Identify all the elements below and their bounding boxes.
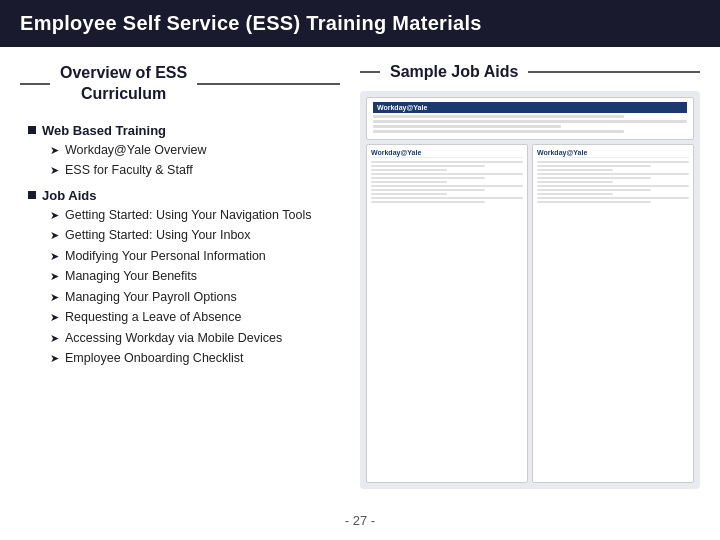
arrow-icon: ➤ <box>50 331 59 346</box>
preview-col-header: Workday@Yale <box>371 149 523 158</box>
preview-line <box>371 177 485 179</box>
preview-line <box>371 169 447 171</box>
list-item: ➤ Accessing Workday via Mobile Devices <box>50 330 340 348</box>
arrow-icon: ➤ <box>50 351 59 366</box>
preview-line <box>537 161 689 163</box>
sample-line-left <box>360 71 380 73</box>
preview-line <box>537 193 613 195</box>
list-item: ➤ Workday@Yale Overview <box>50 142 340 160</box>
preview-line <box>371 161 523 163</box>
section-bullet <box>28 126 36 134</box>
preview-row <box>373 125 561 128</box>
preview-card-top: Workday@Yale <box>366 97 694 140</box>
arrow-icon: ➤ <box>50 249 59 264</box>
list-item: ➤ Requesting a Leave of Absence <box>50 309 340 327</box>
preview-line <box>537 165 651 167</box>
wbt-item-1: Workday@Yale Overview <box>65 142 206 160</box>
list-item: ➤ ESS for Faculty & Staff <box>50 162 340 180</box>
page-number: - 27 - <box>345 513 375 528</box>
header-title: Employee Self Service (ESS) Training Mat… <box>20 12 482 34</box>
preview-line <box>371 185 523 187</box>
preview-row <box>373 120 687 123</box>
preview-line <box>537 173 689 175</box>
preview-line <box>537 177 651 179</box>
list-item: ➤ Getting Started: Using Your Navigation… <box>50 207 340 225</box>
ja-item-3: Modifying Your Personal Information <box>65 248 266 266</box>
preview-line <box>537 201 651 203</box>
overview-title-row: Overview of ESS Curriculum <box>20 63 340 105</box>
wbt-item-2: ESS for Faculty & Staff <box>65 162 193 180</box>
preview-row <box>373 115 624 118</box>
sample-line-right <box>528 71 700 73</box>
preview-col-header: Workday@Yale <box>537 149 689 158</box>
ja-item-1: Getting Started: Using Your Navigation T… <box>65 207 311 225</box>
ja-item-5: Managing Your Payroll Options <box>65 289 237 307</box>
list-item: ➤ Employee Onboarding Checklist <box>50 350 340 368</box>
preview-card-header: Workday@Yale <box>373 102 687 113</box>
preview-line <box>371 165 485 167</box>
arrow-icon: ➤ <box>50 269 59 284</box>
preview-line <box>371 173 523 175</box>
preview-col-left: Workday@Yale <box>366 144 528 483</box>
section-job-aids-header: Job Aids <box>28 188 340 203</box>
section-title-wbt: Web Based Training <box>42 123 166 138</box>
right-panel: Sample Job Aids Workday@Yale Workday@Yal… <box>360 63 700 489</box>
preview-line <box>537 169 613 171</box>
arrow-icon: ➤ <box>50 208 59 223</box>
preview-line <box>537 185 689 187</box>
list-item: ➤ Modifying Your Personal Information <box>50 248 340 266</box>
title-line-left <box>20 83 50 85</box>
ja-item-7: Accessing Workday via Mobile Devices <box>65 330 282 348</box>
preview-line <box>371 197 523 199</box>
overview-line1: Overview of ESS Curriculum <box>60 63 187 105</box>
section-title-job-aids: Job Aids <box>42 188 96 203</box>
preview-line <box>371 201 485 203</box>
ja-item-6: Requesting a Leave of Absence <box>65 309 242 327</box>
arrow-icon: ➤ <box>50 310 59 325</box>
ja-item-8: Employee Onboarding Checklist <box>65 350 244 368</box>
preview-line <box>371 193 447 195</box>
preview-col-right: Workday@Yale <box>532 144 694 483</box>
arrow-icon: ➤ <box>50 290 59 305</box>
list-item: ➤ Getting Started: Using Your Inbox <box>50 227 340 245</box>
arrow-icon: ➤ <box>50 163 59 178</box>
ja-item-4: Managing Your Benefits <box>65 268 197 286</box>
title-line-right <box>197 83 340 85</box>
preview-line <box>537 181 613 183</box>
list-item: ➤ Managing Your Payroll Options <box>50 289 340 307</box>
left-panel: Overview of ESS Curriculum Web Based Tra… <box>20 63 340 489</box>
job-aids-sub-items: ➤ Getting Started: Using Your Navigation… <box>28 207 340 368</box>
footer: - 27 - <box>0 505 720 535</box>
overview-heading: Overview of ESS Curriculum <box>60 63 187 105</box>
list-item: ➤ Managing Your Benefits <box>50 268 340 286</box>
sample-title-row: Sample Job Aids <box>360 63 700 81</box>
preview-line <box>371 181 447 183</box>
main-content: Overview of ESS Curriculum Web Based Tra… <box>0 47 720 505</box>
page-header: Employee Self Service (ESS) Training Mat… <box>0 0 720 47</box>
arrow-icon: ➤ <box>50 228 59 243</box>
section-bullet <box>28 191 36 199</box>
curriculum-content: Web Based Training ➤ Workday@Yale Overvi… <box>20 123 340 376</box>
sample-title: Sample Job Aids <box>390 63 518 81</box>
section-web-based-training-header: Web Based Training <box>28 123 340 138</box>
arrow-icon: ➤ <box>50 143 59 158</box>
sample-preview-area: Workday@Yale Workday@Yale <box>360 91 700 489</box>
preview-two-col: Workday@Yale Workday@Yale <box>366 144 694 483</box>
preview-line <box>537 197 689 199</box>
preview-row <box>373 130 624 133</box>
wbt-sub-items: ➤ Workday@Yale Overview ➤ ESS for Facult… <box>28 142 340 180</box>
preview-line <box>371 189 485 191</box>
preview-line <box>537 189 651 191</box>
ja-item-2: Getting Started: Using Your Inbox <box>65 227 251 245</box>
